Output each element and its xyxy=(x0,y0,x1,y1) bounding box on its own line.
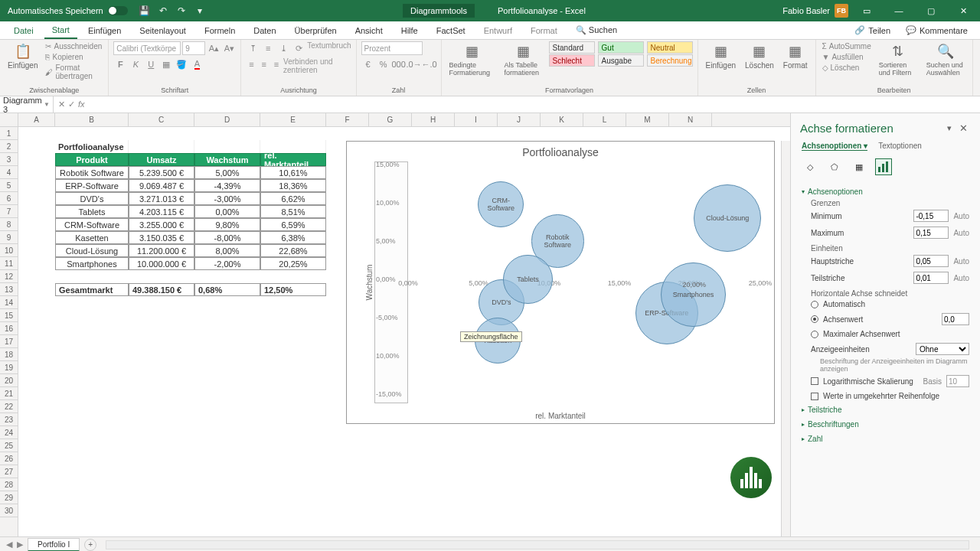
share-button[interactable]: 🔗 Teilen xyxy=(848,24,897,37)
col-header[interactable]: J xyxy=(498,113,541,126)
bubble-smartphones[interactable]: Smartphones xyxy=(661,262,726,328)
sheet-tab[interactable]: Portfolio I xyxy=(28,538,80,552)
align-bottom-icon[interactable]: ⤓ xyxy=(276,41,290,55)
col-header[interactable]: B xyxy=(55,113,129,126)
fill-button[interactable]: ▼ Ausfüllen xyxy=(821,52,873,62)
as-table-button[interactable]: ▦Als Tabelle formatieren xyxy=(501,41,546,78)
style-berechnung[interactable]: Berechnung xyxy=(647,54,693,67)
row-header[interactable]: 23 xyxy=(0,413,18,426)
col-header[interactable]: A xyxy=(18,113,55,126)
cell[interactable]: 3.255.000 € xyxy=(129,218,194,231)
auto-button[interactable]: Auto xyxy=(953,229,969,237)
search-box[interactable]: 🔍 Suchen xyxy=(568,22,625,38)
style-neutral[interactable]: Neutral xyxy=(647,41,693,54)
name-box[interactable]: Diagramm 3▼ xyxy=(0,96,54,112)
basis-input[interactable] xyxy=(946,375,969,387)
save-icon[interactable]: 💾 xyxy=(139,5,151,17)
row-header[interactable]: 12 xyxy=(0,270,18,283)
auto-button[interactable]: Auto xyxy=(953,212,969,220)
tab-insert[interactable]: Einfügen xyxy=(80,23,129,38)
cell[interactable]: -4,39% xyxy=(194,179,260,192)
delete-cells-button[interactable]: ▦Löschen xyxy=(742,41,777,71)
font-size-select[interactable]: 9 xyxy=(182,41,205,55)
align-center-icon[interactable]: ≡ xyxy=(259,57,270,71)
col-header[interactable]: F xyxy=(326,113,369,126)
style-standard[interactable]: Standard xyxy=(549,41,595,54)
cell[interactable]: 8,51% xyxy=(260,205,326,218)
italic-button[interactable]: K xyxy=(129,57,142,71)
cell[interactable]: 0,68% xyxy=(194,283,260,296)
cell[interactable]: 9,80% xyxy=(194,218,260,231)
row-header[interactable]: 7 xyxy=(0,205,18,218)
dispunits-select[interactable]: Ohne xyxy=(916,343,969,355)
border-button[interactable]: ▦ xyxy=(159,57,173,71)
cell[interactable] xyxy=(129,140,194,153)
redo-icon[interactable]: ↷ xyxy=(175,5,188,17)
col-header[interactable]: D xyxy=(194,113,260,126)
row-header[interactable]: 21 xyxy=(0,387,18,400)
fill-line-icon[interactable]: ◇ xyxy=(802,158,818,175)
col-header[interactable]: G xyxy=(369,113,412,126)
cell[interactable]: ERP-Software xyxy=(55,179,129,192)
cell[interactable]: 6,62% xyxy=(260,192,326,205)
orientation-icon[interactable]: ⟳ xyxy=(292,41,305,55)
plot-area[interactable]: 15,00%10,00%5,00%0,00%-5,00%10,00%-15,00… xyxy=(377,165,766,400)
tab-pagelayout[interactable]: Seitenlayout xyxy=(132,23,194,38)
col-header[interactable]: K xyxy=(541,113,583,126)
cell[interactable]: 20,25% xyxy=(260,257,326,270)
row-header[interactable]: 28 xyxy=(0,478,18,491)
cell[interactable]: -2,00% xyxy=(194,257,260,270)
undo-icon[interactable]: ↶ xyxy=(157,5,169,17)
row-header[interactable]: 5 xyxy=(0,179,18,192)
cell[interactable]: -8,00% xyxy=(194,231,260,244)
row-header[interactable]: 10 xyxy=(0,244,18,257)
grow-font-icon[interactable]: A▴ xyxy=(207,41,220,55)
tab-format[interactable]: Format xyxy=(523,23,565,38)
underline-button[interactable]: U xyxy=(144,57,158,71)
cell[interactable]: Robotik Software xyxy=(55,166,129,179)
row-header[interactable]: 17 xyxy=(0,335,18,348)
tab-file[interactable]: Datei xyxy=(6,23,41,38)
tab-design[interactable]: Entwurf xyxy=(476,23,520,38)
bubble-tablets[interactable]: Tablets xyxy=(503,255,553,305)
autosum-button[interactable]: Σ AutoSumme xyxy=(821,41,873,51)
qat-more-icon[interactable]: ▾ xyxy=(194,5,206,17)
cell[interactable]: 49.388.150 € xyxy=(129,283,194,296)
next-sheet-icon[interactable]: ▶ xyxy=(17,540,23,549)
cell[interactable]: 18,36% xyxy=(260,179,326,192)
percent-icon[interactable]: % xyxy=(377,57,390,71)
cell[interactable]: Wachstum xyxy=(194,153,260,166)
row-header[interactable]: 22 xyxy=(0,400,18,413)
currency-icon[interactable]: € xyxy=(361,57,375,71)
cond-format-button[interactable]: ▦Bedingte Formatierung xyxy=(446,41,498,78)
minimize-icon[interactable]: — xyxy=(885,0,913,21)
col-header[interactable]: L xyxy=(583,113,626,126)
row-header[interactable]: 25 xyxy=(0,439,18,452)
cell[interactable]: 9.069.487 € xyxy=(129,179,194,192)
style-schlecht[interactable]: Schlecht xyxy=(549,54,595,67)
align-left-icon[interactable]: ≡ xyxy=(246,57,256,71)
cell[interactable]: 6,59% xyxy=(260,218,326,231)
row-header[interactable]: 20 xyxy=(0,374,18,387)
pane-close-button[interactable]: ✕ xyxy=(956,121,971,135)
shrink-font-icon[interactable]: A▾ xyxy=(222,41,236,55)
col-header[interactable]: M xyxy=(626,113,669,126)
cell[interactable]: Kasetten xyxy=(55,231,129,244)
check-reverse[interactable] xyxy=(811,393,818,400)
row-header[interactable]: 6 xyxy=(0,192,18,205)
pane-tab-text-options[interactable]: Textoptionen xyxy=(878,142,922,151)
row-header[interactable]: 14 xyxy=(0,296,18,309)
minor-input[interactable] xyxy=(913,272,949,284)
cell[interactable]: Cloud-Lösung xyxy=(55,244,129,257)
row-header[interactable]: 29 xyxy=(0,491,18,504)
auto-button[interactable]: Auto xyxy=(953,274,969,282)
size-props-icon[interactable]: ▦ xyxy=(851,158,867,175)
cell[interactable]: 0,00% xyxy=(194,205,260,218)
number-format-select[interactable]: Prozent xyxy=(361,41,423,55)
thousands-icon[interactable]: 000 xyxy=(392,57,406,71)
align-right-icon[interactable]: ≡ xyxy=(271,57,282,71)
row-header[interactable]: 11 xyxy=(0,257,18,270)
radio-axisvalue[interactable] xyxy=(811,315,818,323)
cancel-formula-icon[interactable]: ✕ xyxy=(58,99,65,109)
col-header[interactable]: C xyxy=(129,113,194,126)
